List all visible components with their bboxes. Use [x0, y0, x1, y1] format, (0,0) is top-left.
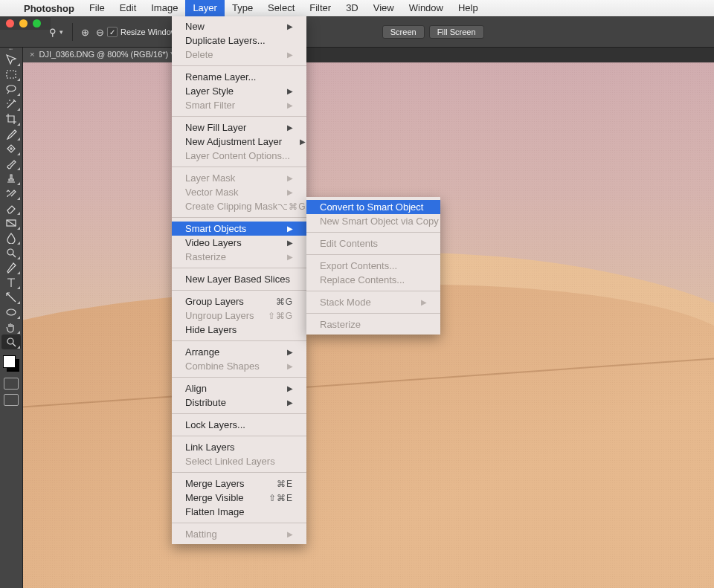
menu-item-label: New — [185, 21, 205, 32]
menu-item-label: Vector Mask — [185, 187, 239, 198]
eyedropper-tool[interactable] — [1, 126, 21, 141]
screenmode-icon[interactable] — [4, 394, 19, 406]
menu-file[interactable]: File — [82, 0, 112, 16]
path-tool[interactable] — [1, 290, 21, 305]
dodge-tool[interactable] — [1, 245, 21, 260]
menu-item-label: Ungroup Layers — [185, 310, 254, 321]
minimize-window-icon[interactable] — [19, 19, 28, 28]
color-swatches[interactable] — [1, 354, 21, 373]
menu-item-label: Combine Shapes — [185, 361, 260, 372]
menu-layer[interactable]: Layer — [185, 0, 225, 16]
layer-menu-new-layer-based-slices[interactable]: New Layer Based Slices — [172, 272, 306, 286]
brush-tool[interactable] — [1, 156, 21, 171]
layer-menu: New▶Duplicate Layers...Delete▶Rename Lay… — [172, 16, 306, 544]
menu-item-label: Rename Layer... — [185, 71, 256, 83]
menu-item-label: Stack Mode — [320, 297, 371, 308]
marquee-tool[interactable] — [1, 67, 21, 82]
zoom-in-icon[interactable]: ⊕ — [77, 25, 92, 39]
smart-objects-new-smart-object-via-copy: New Smart Object via Copy — [306, 214, 440, 228]
layer-menu-merge-visible[interactable]: Merge Visible⇧⌘E — [172, 491, 306, 505]
fit-screen-button[interactable]: Screen — [382, 25, 425, 39]
shortcut-label: ⇧⌘G — [268, 311, 293, 321]
menu-type[interactable]: Type — [225, 0, 260, 16]
submenu-arrow-icon: ▶ — [287, 384, 293, 392]
layer-menu-arrange[interactable]: Arrange▶ — [172, 345, 306, 359]
layer-menu-new-adjustment-layer[interactable]: New Adjustment Layer▶ — [172, 135, 306, 149]
hand-tool[interactable] — [1, 320, 21, 335]
shape-tool[interactable] — [1, 305, 21, 320]
fill-screen-button[interactable]: Fill Screen — [429, 25, 484, 39]
smart-objects-convert-to-smart-object[interactable]: Convert to Smart Object — [306, 200, 440, 214]
submenu-arrow-icon: ▶ — [421, 298, 427, 306]
menu-select[interactable]: Select — [260, 0, 302, 16]
zoom-window-icon[interactable] — [33, 19, 41, 28]
layer-menu-hide-layers[interactable]: Hide Layers — [172, 323, 306, 337]
lasso-tool[interactable] — [1, 82, 21, 97]
eraser-tool[interactable] — [1, 201, 21, 216]
document-tab[interactable]: × DJI_0366.DNG @ 800% (RGB/16*) * — [22, 46, 181, 62]
close-window-icon[interactable] — [6, 19, 14, 28]
menu-item-label: Delete — [185, 49, 213, 60]
shortcut-label: ⇧⌘E — [268, 493, 293, 503]
menu-view[interactable]: View — [366, 0, 402, 16]
app-name[interactable]: Photoshop — [16, 3, 82, 14]
layer-menu-new-fill-layer[interactable]: New Fill Layer▶ — [172, 120, 306, 135]
layer-menu-rename-layer[interactable]: Rename Layer... — [172, 70, 306, 84]
system-menubar: Photoshop FileEditImageLayerTypeSelectFi… — [0, 0, 714, 16]
submenu-arrow-icon: ▶ — [287, 224, 293, 233]
options-bar: ⚲ ▾ ⊕ ⊖ Resize Windows to Fit Zoo Screen… — [0, 16, 714, 48]
layer-menu-group-layers[interactable]: Group Layers⌘G — [172, 294, 306, 308]
menu-item-label: Layer Mask — [185, 172, 235, 184]
menu-image[interactable]: Image — [144, 0, 185, 16]
menu-filter[interactable]: Filter — [302, 0, 338, 16]
tool-preset-chevron-icon[interactable]: ▾ — [60, 28, 68, 36]
shortcut-label: ⌘G — [276, 297, 293, 307]
stamp-tool[interactable] — [1, 171, 21, 186]
submenu-arrow-icon: ▶ — [287, 188, 293, 196]
submenu-arrow-icon: ▶ — [287, 51, 293, 59]
blur-tool[interactable] — [1, 230, 21, 245]
menu-help[interactable]: Help — [451, 0, 486, 16]
menu-3d[interactable]: 3D — [338, 0, 366, 16]
menu-item-label: Merge Layers — [185, 478, 244, 489]
menu-item-label: Rasterize — [320, 319, 361, 330]
type-tool[interactable] — [1, 275, 21, 290]
menu-item-label: Replace Contents... — [320, 274, 405, 285]
submenu-arrow-icon: ▶ — [287, 348, 293, 356]
crop-tool[interactable] — [1, 112, 21, 126]
layer-menu-flatten-image[interactable]: Flatten Image — [172, 505, 306, 519]
history-tool[interactable] — [1, 186, 21, 201]
heal-tool[interactable] — [1, 141, 21, 156]
menu-item-label: Layer Style — [185, 85, 234, 97]
svg-point-2 — [7, 249, 13, 255]
foreground-color-swatch[interactable] — [3, 355, 16, 368]
layer-menu-lock-layers[interactable]: Lock Layers... — [172, 418, 306, 432]
pen-tool[interactable] — [1, 260, 21, 275]
layer-menu-layer-style[interactable]: Layer Style▶ — [172, 84, 306, 98]
layer-menu-distribute[interactable]: Distribute▶ — [172, 395, 306, 410]
layer-menu-smart-objects[interactable]: Smart Objects▶ — [172, 222, 306, 236]
layer-menu-video-layers[interactable]: Video Layers▶ — [172, 236, 306, 250]
close-tab-icon[interactable]: × — [30, 50, 34, 59]
layer-menu-link-layers[interactable]: Link Layers — [172, 440, 306, 454]
layer-menu-merge-layers[interactable]: Merge Layers⌘E — [172, 476, 306, 491]
quickmask-icon[interactable] — [4, 378, 19, 390]
menu-item-label: New Layer Based Slices — [185, 274, 290, 285]
wand-tool[interactable] — [1, 97, 21, 112]
layer-menu-duplicate-layers[interactable]: Duplicate Layers... — [172, 33, 306, 48]
layer-menu-vector-mask: Vector Mask▶ — [172, 185, 306, 199]
layer-menu-layer-content-options: Layer Content Options... — [172, 149, 306, 163]
menu-edit[interactable]: Edit — [112, 0, 144, 16]
smart-objects-export-contents: Export Contents... — [306, 259, 440, 273]
layer-menu-align[interactable]: Align▶ — [172, 381, 306, 395]
move-tool[interactable] — [1, 52, 21, 67]
layer-menu-new[interactable]: New▶ — [172, 19, 306, 33]
zoom-out-icon[interactable]: ⊖ — [92, 25, 107, 39]
smart-objects-replace-contents: Replace Contents... — [306, 273, 440, 287]
menu-item-label: New Smart Object via Copy — [320, 216, 439, 227]
zoom-tool[interactable] — [1, 335, 21, 349]
resize-windows-checkbox[interactable] — [107, 27, 118, 37]
menu-window[interactable]: Window — [402, 0, 451, 16]
menu-item-label: Video Layers — [185, 237, 242, 248]
gradient-tool[interactable] — [1, 216, 21, 230]
